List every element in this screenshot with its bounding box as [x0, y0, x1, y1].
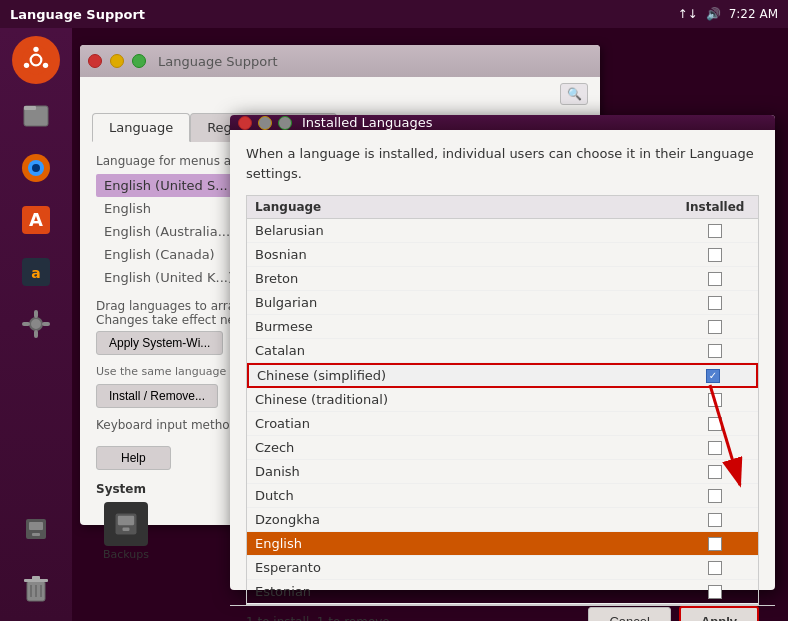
apply-button[interactable]: Apply [679, 606, 759, 621]
backups-icon[interactable] [104, 502, 148, 546]
table-row[interactable]: Chinese (simplified) [247, 363, 758, 388]
search-box[interactable]: 🔍 [560, 83, 588, 105]
svg-point-4 [24, 63, 29, 68]
lang-row-name: Dutch [255, 488, 680, 503]
lang-checkbox[interactable] [708, 344, 722, 358]
lang-checkbox[interactable] [708, 320, 722, 334]
modal-close-button[interactable] [238, 116, 252, 130]
table-row[interactable]: Danish [247, 460, 758, 484]
lang-check-cell [680, 272, 750, 286]
lang-checkbox[interactable] [708, 417, 722, 431]
files-button[interactable] [12, 92, 60, 140]
bg-window-titlebar: Language Support [80, 45, 600, 77]
table-row[interactable]: Burmese [247, 315, 758, 339]
lang-checkbox[interactable] [708, 296, 722, 310]
table-row[interactable]: Croatian [247, 412, 758, 436]
lang-check-cell [680, 393, 750, 407]
apply-system-button[interactable]: Apply System-Wi... [96, 331, 223, 355]
lang-checkbox[interactable] [706, 369, 720, 383]
modal-description: When a language is installed, individual… [246, 144, 759, 183]
trash-button[interactable] [12, 565, 60, 613]
table-row[interactable]: Dzongkha [247, 508, 758, 532]
lang-check-cell [680, 417, 750, 431]
svg-rect-24 [32, 576, 40, 580]
modal-titlebar: Installed Languages [230, 115, 775, 130]
backups-button[interactable] [12, 505, 60, 553]
lang-row-name: Estonian [255, 584, 680, 599]
table-header: Language Installed [247, 196, 758, 219]
modal-body: When a language is installed, individual… [230, 130, 775, 605]
modal-status: 1 to install, 1 to remove [246, 615, 580, 622]
lang-row-name: Bulgarian [255, 295, 680, 310]
table-row[interactable]: Estonian [247, 580, 758, 604]
lang-row-name: Bosnian [255, 247, 680, 262]
lang-check-cell [680, 224, 750, 238]
table-row[interactable]: Czech [247, 436, 758, 460]
table-row[interactable]: Dutch [247, 484, 758, 508]
lang-checkbox[interactable] [708, 513, 722, 527]
ubuntu-button[interactable] [12, 36, 60, 84]
ubuntu-software-button[interactable]: A [12, 196, 60, 244]
bg-window-minimize[interactable] [110, 54, 124, 68]
lang-checkbox[interactable] [708, 393, 722, 407]
lang-check-cell [680, 296, 750, 310]
modal-minimize-button[interactable] [258, 116, 272, 130]
table-row[interactable]: Bosnian [247, 243, 758, 267]
table-row[interactable]: Breton [247, 267, 758, 291]
lang-check-cell [680, 513, 750, 527]
lang-checkbox[interactable] [708, 561, 722, 575]
table-row[interactable]: English [247, 532, 758, 556]
lang-checkbox[interactable] [708, 489, 722, 503]
modal-footer: 1 to install, 1 to remove Cancel Apply [230, 605, 775, 621]
svg-rect-30 [123, 528, 130, 532]
help-button[interactable]: Help [96, 446, 171, 470]
table-row[interactable]: Bulgarian [247, 291, 758, 315]
lang-checkbox[interactable] [708, 585, 722, 599]
bg-window-close[interactable] [88, 54, 102, 68]
lang-row-name: Breton [255, 271, 680, 286]
lang-check-cell [680, 537, 750, 551]
svg-text:A: A [29, 209, 43, 230]
lang-checkbox[interactable] [708, 248, 722, 262]
cancel-button[interactable]: Cancel [588, 607, 670, 621]
lang-checkbox[interactable] [708, 224, 722, 238]
svg-rect-16 [34, 330, 38, 338]
lang-row-name: Catalan [255, 343, 680, 358]
lang-row-name: Chinese (traditional) [255, 392, 680, 407]
lang-check-cell [678, 369, 748, 383]
tab-language[interactable]: Language [92, 113, 190, 142]
table-row[interactable]: Esperanto [247, 556, 758, 580]
bg-window-maximize[interactable] [132, 54, 146, 68]
svg-point-2 [33, 47, 38, 52]
firefox-button[interactable] [12, 144, 60, 192]
lang-row-name: Esperanto [255, 560, 680, 575]
modal-maximize-button[interactable] [278, 116, 292, 130]
lang-checkbox[interactable] [708, 441, 722, 455]
lang-checkbox[interactable] [708, 465, 722, 479]
volume-icon: 🔊 [706, 7, 721, 21]
amazon-button[interactable]: a [12, 248, 60, 296]
taskbar-title: Language Support [10, 7, 145, 22]
svg-text:a: a [31, 265, 40, 281]
table-row[interactable]: Catalan [247, 339, 758, 363]
col-language: Language [255, 200, 680, 214]
bg-window-title-text: Language Support [158, 54, 278, 69]
language-table: Language Installed BelarusianBosnianBret… [246, 195, 759, 605]
svg-rect-20 [29, 522, 43, 530]
svg-point-14 [30, 318, 42, 330]
lang-checkbox[interactable] [708, 272, 722, 286]
installed-languages-modal: Installed Languages When a language is i… [230, 115, 775, 590]
table-row[interactable]: Belarusian [247, 219, 758, 243]
lang-row-name: Dzongkha [255, 512, 680, 527]
table-row[interactable]: Chinese (traditional) [247, 388, 758, 412]
lang-check-cell [680, 585, 750, 599]
lang-checkbox[interactable] [708, 537, 722, 551]
clock: 7:22 AM [729, 7, 778, 21]
lang-check-cell [680, 489, 750, 503]
table-body[interactable]: BelarusianBosnianBretonBulgarianBurmeseC… [247, 219, 758, 604]
taskbar-right: ↑↓ 🔊 7:22 AM [678, 7, 778, 21]
settings-button[interactable] [12, 300, 60, 348]
install-remove-button[interactable]: Install / Remove... [96, 384, 218, 408]
svg-rect-15 [34, 310, 38, 318]
lang-row-name: Danish [255, 464, 680, 479]
